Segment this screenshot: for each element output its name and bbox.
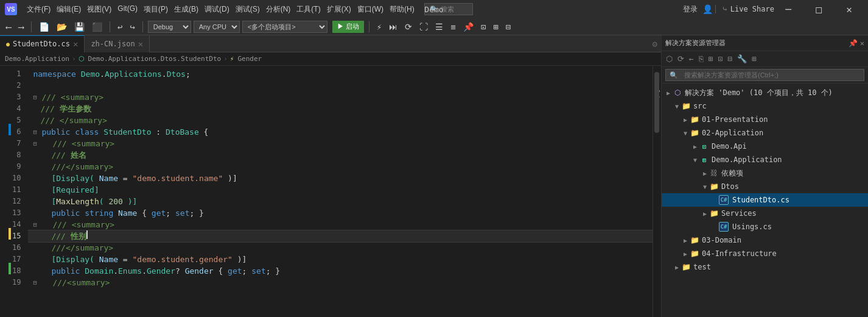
tree-toggle-root[interactable]: ▶ xyxy=(664,90,673,96)
menu-view[interactable]: 视图(V) xyxy=(85,4,114,15)
sign-in-button[interactable]: 登录 xyxy=(678,4,702,15)
tree-root[interactable]: ▶ ⬡ 解决方案 'Demo' (10 个项目，共 10 个) xyxy=(662,86,868,99)
tab2-close-button[interactable]: ✕ xyxy=(138,39,143,49)
menu-project[interactable]: 项目(P) xyxy=(141,4,170,15)
tree-toggle-demo-application[interactable]: ▼ xyxy=(691,157,699,163)
fold-btn-14[interactable]: ⊟ xyxy=(33,219,40,230)
menu-help[interactable]: 帮助(H) xyxy=(387,4,417,15)
se-pin-button[interactable]: 📌 xyxy=(849,39,858,48)
tab-settings-button[interactable]: ⚙ xyxy=(650,39,660,49)
tree-item-student-dto[interactable]: C# StudentDto.cs xyxy=(662,193,868,207)
tree-toggle-src[interactable]: ▼ xyxy=(673,103,681,110)
toolbar-extra-2[interactable]: ⛶ xyxy=(417,21,430,33)
tab1-close-button[interactable]: ✕ xyxy=(73,39,78,49)
new-file-button[interactable]: 📄 xyxy=(37,21,52,33)
run-button[interactable]: ▶ 启动 xyxy=(332,21,364,33)
tree-item-src[interactable]: ▼ 📁 src xyxy=(662,99,868,113)
menu-debug[interactable]: 调试(D) xyxy=(202,4,232,15)
tree-toggle-dtos[interactable]: ▼ xyxy=(701,183,709,190)
tree-item-02-application[interactable]: ▼ 📁 02-Application xyxy=(662,126,868,140)
save-all-button[interactable]: ⬛ xyxy=(89,21,105,33)
tree-item-01-presentation[interactable]: ▶ 📁 01-Presentation xyxy=(662,113,868,126)
tree-toggle-demo-api[interactable]: ▶ xyxy=(691,143,699,150)
live-share-button[interactable]: ⤷ Live Share xyxy=(715,5,774,13)
se-more-btn[interactable]: ⊞ xyxy=(750,54,758,64)
breadcrumb-class[interactable]: Demo.Applications.Dtos.StudentDto xyxy=(88,55,222,63)
redo-button[interactable]: ↪ xyxy=(127,21,137,33)
se-properties-btn[interactable]: ⊞ xyxy=(707,54,715,64)
tab-student-dto[interactable]: ● StudentDto.cs ✕ xyxy=(0,35,85,52)
toolbar-extra-4[interactable]: ≡ xyxy=(448,21,458,33)
breadcrumb-member[interactable]: Gender xyxy=(237,55,262,63)
toolbar-extra-8[interactable]: ⊟ xyxy=(503,21,513,33)
tree-toggle-04[interactable]: ▶ xyxy=(681,251,690,257)
se-back-btn[interactable]: ⬡ xyxy=(664,54,674,64)
tree-item-test[interactable]: ▶ 📁 test xyxy=(662,260,868,274)
toolbar-extra-3[interactable]: ☰ xyxy=(433,21,446,33)
se-settings-btn[interactable]: 🔧 xyxy=(735,54,749,64)
se-copy-btn[interactable]: ⎘ xyxy=(697,54,705,64)
debug-config-select[interactable]: Debug Release xyxy=(148,21,191,33)
tree-toggle-02[interactable]: ▼ xyxy=(681,130,690,137)
se-search-input[interactable] xyxy=(681,69,860,81)
tree-item-demo-application[interactable]: ▼ ⊞ Demo.Application xyxy=(662,153,868,166)
title-bar: VS 文件(F) 编辑(E) 视图(V) Git(G) 项目(P) 生成(B) … xyxy=(0,0,868,18)
tree-toggle-deps[interactable]: ▶ xyxy=(701,170,709,177)
maximize-button[interactable]: □ xyxy=(805,0,833,18)
toolbar-extra-1[interactable]: ⟳ xyxy=(402,21,415,33)
menu-tools[interactable]: 工具(T) xyxy=(294,4,323,15)
scrollbar-thumb[interactable] xyxy=(654,72,659,133)
code-editor[interactable]: 1 2 3 4 5 6 7 8 9 10 11 12 13 14 15 16 1… xyxy=(0,66,661,317)
undo-button[interactable]: ↩ xyxy=(115,21,125,33)
toolbar-extra-5[interactable]: 📌 xyxy=(461,21,476,33)
tree-item-services[interactable]: ▶ 📁 Services xyxy=(662,207,868,220)
tree-toggle-03[interactable]: ▶ xyxy=(681,237,690,244)
minimize-button[interactable]: ─ xyxy=(774,0,802,18)
tree-toggle-services[interactable]: ▶ xyxy=(701,210,709,217)
tree-item-deps[interactable]: ▶ ⛓ 依赖项 xyxy=(662,166,868,180)
attach-debugger-button[interactable]: ⚡ xyxy=(374,21,384,33)
fold-btn-7[interactable]: ⊟ xyxy=(33,138,40,149)
menu-analyze[interactable]: 分析(N) xyxy=(264,4,293,15)
close-button[interactable]: ✕ xyxy=(835,0,863,18)
code-content[interactable]: namespace Demo.Applications.Dtos; ⊟/// <… xyxy=(28,66,653,317)
tree-item-dtos[interactable]: ▼ 📁 Dtos xyxy=(662,180,868,193)
forward-button[interactable]: ⟶ xyxy=(16,21,26,33)
se-nav-back-btn[interactable]: ← xyxy=(687,54,696,64)
breadcrumb-project[interactable]: Demo.Application xyxy=(5,55,69,63)
se-close-button[interactable]: ✕ xyxy=(860,39,864,48)
toolbar-extra-7[interactable]: ⊞ xyxy=(491,21,500,33)
tree-item-demo-api[interactable]: ▶ ⊡ Demo.Api xyxy=(662,140,868,153)
fold-btn-19[interactable]: ⊟ xyxy=(33,277,40,288)
menu-window[interactable]: 窗口(W) xyxy=(355,4,386,15)
tree-toggle-test[interactable]: ▶ xyxy=(673,264,681,271)
fold-btn-3[interactable]: ⊟ xyxy=(33,91,40,103)
open-file-button[interactable]: 📂 xyxy=(54,21,69,33)
menu-test[interactable]: 测试(S) xyxy=(233,4,262,15)
tree-item-03-domain[interactable]: ▶ 📁 03-Domain xyxy=(662,233,868,247)
menu-file[interactable]: 文件(F) xyxy=(24,4,53,15)
menu-git[interactable]: Git(G) xyxy=(115,4,140,15)
tree-item-04-infrastructure[interactable]: ▶ 📁 04-Infrastructure xyxy=(662,247,868,260)
menu-extensions[interactable]: 扩展(X) xyxy=(324,4,354,15)
tree-toggle-01[interactable]: ▶ xyxy=(681,116,690,123)
step-over-button[interactable]: ⏭ xyxy=(387,21,400,33)
menu-build[interactable]: 生成(B) xyxy=(172,4,201,15)
tree-root-label: 解决方案 'Demo' (10 个项目，共 10 个) xyxy=(685,88,833,98)
toolbar-extra-6[interactable]: ⊡ xyxy=(478,21,488,33)
platform-select[interactable]: Any CPU x64 xyxy=(194,21,240,33)
tab-zh-cn-json[interactable]: zh-CN.json ✕ xyxy=(85,35,150,52)
back-button[interactable]: ⟵ xyxy=(4,21,13,33)
se-filter-btn[interactable]: ⊡ xyxy=(716,54,725,64)
startup-project-select[interactable]: <多个启动项目> xyxy=(242,21,327,33)
editor-scrollbar[interactable] xyxy=(653,66,661,317)
menu-edit[interactable]: 编辑(E) xyxy=(54,4,83,15)
window-controls: ─ □ ✕ xyxy=(774,0,863,18)
fold-btn-6[interactable]: ⊟ xyxy=(33,126,40,138)
ln-9: 9 xyxy=(12,161,26,173)
se-sync-btn[interactable]: ⟳ xyxy=(676,54,686,64)
solution-icon: ⬡ xyxy=(673,88,682,98)
tree-item-usings[interactable]: C# Usings.cs xyxy=(662,220,868,233)
se-expand-btn[interactable]: ⊟ xyxy=(726,54,734,64)
save-button[interactable]: 💾 xyxy=(72,21,87,33)
